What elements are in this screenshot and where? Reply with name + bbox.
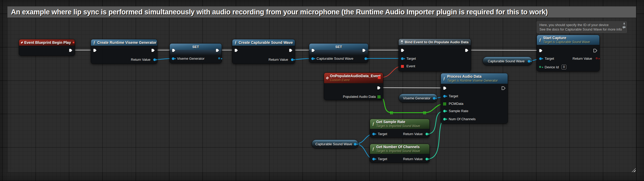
exec-out-pin[interactable] (465, 49, 469, 52)
exec-in-pin[interactable] (443, 86, 447, 90)
exec-out-pin[interactable] (593, 49, 597, 52)
bubble-line-1: Here, you should specify the ID of your … (539, 23, 620, 27)
delegate-out-pin[interactable] (378, 76, 381, 79)
exec-in-pin[interactable] (401, 49, 405, 52)
pin-label: Event (406, 64, 415, 68)
debug-square-icon (73, 42, 74, 43)
sample-rate-pin[interactable] (443, 110, 446, 112)
node-title: Event Blueprint Begin Play (24, 40, 71, 45)
return-value-pin[interactable] (291, 58, 294, 61)
node-get-number-of-channels[interactable]: ƒ Get Number Of Channels Target is Impor… (370, 144, 430, 163)
getter-viseme-generator[interactable]: Viseme Generator (399, 94, 438, 102)
pin-icon[interactable] (623, 23, 625, 26)
pin-label: Target (545, 57, 554, 61)
exec-out-pin[interactable] (289, 49, 293, 52)
output-pin[interactable] (528, 60, 530, 63)
viseme-generator-out-pin[interactable] (218, 57, 220, 59)
output-pin[interactable] (433, 97, 435, 100)
node-subtitle: Target is Imported Sound Wave (376, 124, 420, 128)
getter-capturable-sound-wave[interactable]: Capturable Sound Wave (483, 57, 532, 65)
node-title: Get Number Of Channels (376, 145, 420, 149)
exec-in-pin[interactable] (172, 49, 176, 52)
pin-label: PCMData (449, 102, 463, 106)
event-diamond-icon (21, 41, 23, 44)
comment-resize-grip-icon[interactable] (632, 168, 636, 172)
pin-label: Sample Rate (449, 109, 468, 113)
exec-out-pin[interactable] (502, 86, 506, 90)
node-title: OnPopulateAudioData_Event (330, 74, 381, 79)
function-icon: ƒ (235, 40, 237, 45)
node-get-sample-rate[interactable]: ƒ Get Sample Rate Target is Imported Sou… (370, 119, 430, 138)
exec-out-pin[interactable] (216, 49, 220, 52)
pin-label: Viseme Generator (177, 57, 204, 61)
pin-label: Populated Audio Data (343, 95, 376, 99)
node-bind-event[interactable]: Bind Event to On Populate Audio Data Tar… (398, 39, 471, 71)
exec-out-pin[interactable] (362, 49, 366, 52)
populated-audio-data-array-pin[interactable] (378, 95, 378, 96)
pin-label: Target (449, 94, 458, 98)
variable-label: Capturable Sound Wave (488, 59, 525, 63)
node-custom-event-onpopulateaudiodata[interactable]: OnPopulateAudioData_Event Custom Event P… (324, 73, 383, 100)
speech-bubble-icon[interactable] (623, 26, 625, 29)
delegate-bind-icon (401, 40, 403, 44)
device-id-pin[interactable] (539, 66, 541, 68)
target-pin[interactable] (401, 57, 404, 60)
function-icon: ƒ (372, 147, 374, 151)
node-comment-bubble[interactable]: Here, you should specify the ID of your … (537, 21, 627, 33)
node-start-capture[interactable]: ƒ Start Capture Target is Capturable Sou… (537, 35, 600, 71)
getter-capturable-sound-wave[interactable]: Capturable Sound Wave (312, 140, 359, 148)
target-pin[interactable] (372, 158, 375, 160)
pin-label: Capturable Sound Wave (317, 57, 353, 61)
array-wire-marker-icon (423, 111, 424, 112)
return-value-pin[interactable] (426, 133, 428, 135)
node-title: Process Audio Data (447, 74, 498, 79)
node-title: Start Capture (543, 36, 590, 40)
comment-title[interactable]: An example where lip sync is performed s… (7, 6, 636, 18)
output-pin[interactable] (354, 143, 356, 146)
exec-in-pin[interactable] (311, 49, 315, 52)
exec-in-pin[interactable] (93, 49, 97, 52)
pin-label: Num Of Channels (449, 117, 476, 121)
blueprint-graph-canvas[interactable]: An example where lip sync is performed s… (0, 0, 644, 181)
event-diamond-icon (326, 77, 329, 79)
variable-label: Viseme Generator (403, 96, 430, 100)
event-delegate-pin[interactable] (401, 65, 404, 68)
node-process-audio-data[interactable]: ƒ Process Audio Data Target is Runtime V… (441, 73, 508, 124)
viseme-generator-in-pin[interactable] (172, 57, 174, 60)
node-subtitle: Custom Event (330, 78, 381, 82)
target-pin[interactable] (372, 133, 375, 135)
node-set-capturable-sound-wave[interactable]: SET Capturable Sound Wave (309, 43, 368, 63)
target-pin[interactable] (539, 57, 542, 60)
node-event-begin-play[interactable]: Event Blueprint Begin Play (19, 39, 75, 56)
exec-out-pin[interactable] (151, 49, 155, 52)
pin-label: Return Value (403, 132, 423, 136)
exec-out-pin[interactable] (377, 86, 381, 90)
bubble-tail (538, 32, 541, 34)
capturable-sound-wave-out-pin[interactable] (364, 57, 367, 60)
pin-label: Return Value (269, 58, 288, 62)
return-value-bool-pin[interactable] (596, 57, 598, 59)
return-value-pin[interactable] (153, 58, 156, 61)
node-create-capturable-sound-wave[interactable]: ƒ Create Capturable Sound Wave Return Va… (232, 39, 295, 64)
return-value-pin[interactable] (426, 158, 428, 160)
target-pin[interactable] (443, 95, 446, 98)
variable-label: Capturable Sound Wave (315, 142, 352, 146)
node-set-viseme-generator[interactable]: SET Viseme Generator (169, 43, 222, 63)
pin-label: Return Value (403, 157, 423, 161)
node-subtitle: Target is Capturable Sound Wave (543, 40, 590, 44)
node-title: SET (335, 45, 342, 49)
function-icon: ƒ (93, 40, 95, 45)
pin-label: Return Value (131, 58, 150, 62)
pin-label: Target (378, 132, 387, 136)
exec-in-pin[interactable] (234, 49, 238, 52)
device-id-input[interactable]: 0 (562, 65, 566, 69)
node-create-runtime-viseme-generator[interactable]: ƒ Create Runtime Viseme Generator Return… (91, 39, 157, 64)
num-of-channels-pin[interactable] (443, 118, 446, 120)
function-icon: ƒ (443, 76, 445, 81)
array-wire-marker-icon (390, 111, 391, 112)
pin-label: Device Id (545, 65, 559, 69)
capturable-sound-wave-in-pin[interactable] (311, 57, 314, 60)
exec-out-pin[interactable] (69, 49, 73, 52)
exec-in-pin[interactable] (539, 49, 543, 52)
pcmdata-array-pin[interactable] (443, 102, 444, 103)
